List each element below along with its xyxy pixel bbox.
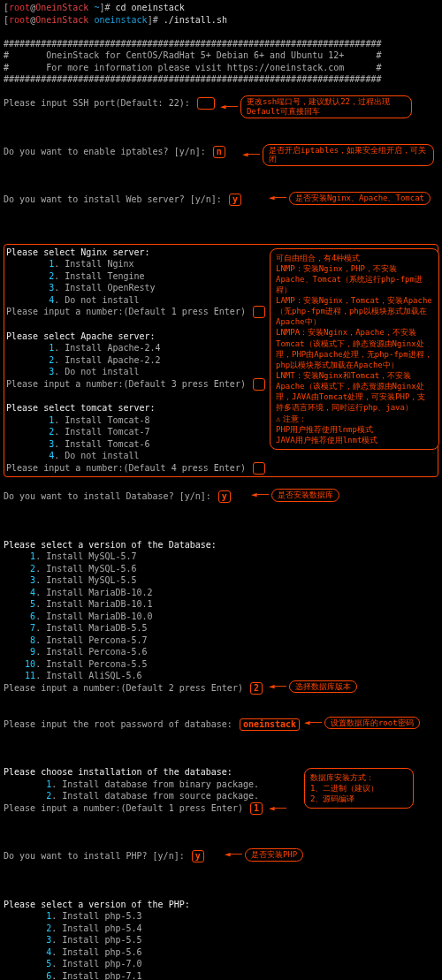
ssh-port-input[interactable] — [197, 97, 215, 110]
ssh-tip: 更改ssh端口号，建议默认22，过程出现Default可直接回车 — [240, 95, 412, 118]
combo-tip: 可自由组合，有4种模式 LNMP：安装Nginx，PHP，不安装Apache、T… — [270, 248, 439, 451]
prompt-line-2: [root@OneinStack oneinstack]# ./install.… — [4, 14, 438, 27]
list-item: 9. Install Percona-5.6 — [4, 646, 438, 658]
dbroot-answer[interactable]: oneinstack — [240, 718, 300, 731]
list-item: 6. Install MariaDB-10.0 — [4, 611, 438, 623]
dbver-tip: 选择数据库版本 — [289, 680, 357, 694]
list-item: 3. Install php-5.5 — [4, 934, 438, 946]
nginx-number-input[interactable] — [253, 306, 265, 318]
iptables-answer[interactable]: n — [213, 146, 225, 158]
php-row: Do you want to install PHP? [y/n]: y ◄──… — [4, 850, 438, 886]
php-answer[interactable]: y — [192, 850, 204, 862]
list-item: 2. Install php-5.4 — [4, 923, 438, 935]
web-row: Do you want to install Web server? [y/n]… — [4, 194, 438, 230]
list-item: 4. Install MariaDB-10.2 — [4, 587, 438, 599]
list-item: 10. Install Percona-5.5 — [4, 658, 438, 671]
dbroot-tip: 设置数据库的root密码 — [324, 717, 420, 730]
phpver-head: Please select a version of the PHP: — [4, 899, 438, 911]
list-item: 4. Install php-5.6 — [4, 946, 438, 959]
dbinst-answer[interactable]: 1 — [250, 802, 263, 815]
tomcat-number-input[interactable] — [253, 462, 265, 475]
db-tip: 是否安装数据库 — [271, 489, 339, 502]
db-answer[interactable]: y — [218, 490, 231, 503]
dbroot-row: Please input the root password of databa… — [4, 718, 438, 755]
list-item: 6. Install php-7.1 — [4, 970, 438, 981]
dbver-head: Please select a version of the Database: — [4, 539, 438, 551]
prompt-line-1: [root@OneinStack ~]# cd oneinstack — [4, 2, 438, 14]
list-item: 1. Install php-5.3 — [4, 910, 438, 923]
web-tip: 是否安装Nginx、Apache、Tomcat — [289, 192, 431, 205]
list-item: 4. Do not install — [6, 450, 436, 462]
ssh-row: Please input SSH port(Default: 22): ◄──更… — [4, 97, 438, 133]
web-answer[interactable]: y — [229, 194, 241, 206]
php-tip: 是否安装PHP — [245, 848, 303, 862]
banner-line-2: # For more information please visit http… — [4, 62, 438, 74]
list-item: 8. Install Percona-5.7 — [4, 634, 438, 647]
list-item: 11. Install AliSQL-5.6 — [4, 670, 438, 682]
list-item: 3. Install MySQL-5.5 — [4, 574, 438, 587]
blank — [4, 26, 438, 38]
dbver-foot: Please input a number:(Default 2 press E… — [4, 682, 438, 718]
server-select-box: 可自由组合，有4种模式 LNMP：安装Nginx，PHP，不安装Apache、T… — [4, 244, 438, 477]
list-item: 5. Install MariaDB-10.1 — [4, 598, 438, 611]
list-item: 5. Install php-7.0 — [4, 958, 438, 970]
dbver-answer[interactable]: 2 — [250, 682, 263, 695]
banner-line-1: # OneinStack for CentOS/RadHat 5+ Debian… — [4, 49, 438, 62]
list-item: 7. Install MariaDB-5.5 — [4, 622, 438, 634]
db-row: Do you want to install Database? [y/n]: … — [4, 490, 438, 527]
list-item: 1. Install MySQL-5.7 — [4, 551, 438, 563]
dbinst-block: 数据库安装方式： 1、二进制（建议） 2、源码编译 Please choose … — [4, 766, 438, 839]
iptables-row: Do you want to enable iptables? [y/n]: n… — [4, 146, 438, 182]
banner-border: ########################################… — [4, 73, 438, 86]
iptables-tip: 是否开启iptables，如果安全组开启，可关闭 — [263, 144, 434, 167]
banner-border: ########################################… — [4, 38, 438, 50]
dbinst-foot: Please input a number:(Default 1 press E… — [4, 802, 438, 839]
list-item: 2. Install MySQL-5.6 — [4, 563, 438, 575]
apache-number-input[interactable] — [253, 378, 265, 391]
terminal: [root@OneinStack ~]# cd oneinstack [root… — [0, 0, 442, 980]
tomcat-foot: Please input a number:(Default 4 press E… — [6, 462, 436, 475]
